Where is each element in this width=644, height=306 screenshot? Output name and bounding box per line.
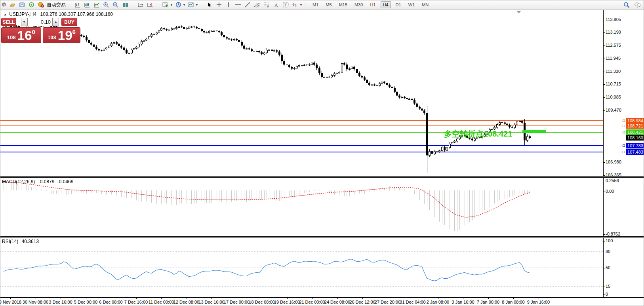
- price-tick-label: 109.470: [606, 108, 621, 112]
- svg-text:E: E: [258, 5, 260, 8]
- line-handle[interactable]: [623, 131, 625, 133]
- candle-chart-icon[interactable]: [84, 1, 91, 8]
- tab-timeframe-mn[interactable]: MN: [419, 1, 431, 8]
- price-tick-label: 111.330: [606, 69, 621, 74]
- svg-text:T: T: [284, 2, 287, 7]
- chat-icon[interactable]: [634, 1, 641, 8]
- toolbar-grip[interactable]: [69, 2, 71, 8]
- tab-timeframe-d1[interactable]: D1: [393, 1, 404, 8]
- rsi-indicator-chart[interactable]: [0, 238, 603, 297]
- volume-input[interactable]: [27, 18, 53, 26]
- tab-timeframe-m5[interactable]: M5: [323, 1, 334, 8]
- price-tick: [603, 59, 605, 59]
- templates-icon[interactable]: [187, 1, 194, 8]
- fibonacci-icon[interactable]: F: [263, 1, 270, 8]
- buy-button[interactable]: BUY: [61, 18, 77, 26]
- line-chart-icon[interactable]: [93, 1, 100, 8]
- tab-timeframe-m1[interactable]: M1: [310, 1, 321, 8]
- symbol-name: USDJPY-,H4: [9, 11, 36, 17]
- signals-icon[interactable]: [28, 1, 35, 8]
- rsi-tick: [603, 287, 605, 287]
- text-icon[interactable]: A: [272, 1, 280, 8]
- rsi-value: 40.3613: [22, 239, 39, 244]
- line-handle[interactable]: [623, 125, 625, 127]
- arrows-icon[interactable]: [292, 1, 299, 8]
- search-icon[interactable]: [623, 1, 630, 8]
- toolbar-grip[interactable]: [157, 2, 159, 8]
- rsi-tick-label: 15: [606, 284, 610, 289]
- price-tick-label: 110.715: [606, 82, 621, 86]
- panel-separator[interactable]: [0, 176, 644, 178]
- panel-separator[interactable]: [0, 236, 644, 238]
- tab-timeframe-h1[interactable]: H1: [368, 1, 378, 8]
- macd-value-signal: -0.0469: [57, 179, 74, 184]
- cursor-icon[interactable]: [206, 1, 213, 8]
- sell-price-display[interactable]: 108 16 0: [1, 27, 41, 43]
- toolbar-grip[interactable]: [132, 2, 134, 8]
- candlestick-chart[interactable]: [0, 10, 603, 176]
- tab-timeframe-m15[interactable]: M15: [337, 1, 350, 8]
- zoom-in-icon[interactable]: [103, 1, 110, 8]
- volume-decrease-button[interactable]: ▼: [21, 18, 27, 26]
- price-axis-line[interactable]: [603, 10, 604, 298]
- rsi-label: RSI(14) 40.3613: [2, 239, 39, 244]
- price-level-label: 107.483: [626, 149, 644, 155]
- volume-increase-button[interactable]: ▲: [53, 18, 59, 26]
- price-tick: [603, 20, 605, 20]
- autotrade-label[interactable]: 自动交易: [47, 2, 66, 8]
- horizontal-line-icon[interactable]: [234, 1, 242, 8]
- price-tick-label: 110.085: [606, 95, 621, 99]
- sell-button[interactable]: SELL: [1, 18, 16, 26]
- price-tick-label: 112.575: [606, 43, 621, 48]
- pivot-highlight-bar[interactable]: [522, 130, 546, 133]
- pivot-annotation-text[interactable]: 多空转折点108.421: [444, 129, 512, 139]
- toolbar-grip[interactable]: [305, 2, 307, 8]
- macd-indicator-chart[interactable]: [0, 178, 603, 236]
- price-level-label: 108.984: [626, 118, 644, 124]
- buy-price-big: 19: [58, 29, 72, 42]
- market-watch-icon[interactable]: [18, 1, 25, 8]
- sell-price-prefix: 108: [7, 34, 16, 40]
- line-handle[interactable]: [623, 144, 625, 147]
- tab-timeframe-h4[interactable]: H4: [381, 1, 391, 8]
- collapse-triangle-icon[interactable]: ▲: [4, 13, 7, 16]
- zoom-out-icon[interactable]: [112, 1, 119, 8]
- chevron-down-icon[interactable]: ▾: [300, 3, 302, 7]
- new-chart-icon[interactable]: [162, 1, 169, 8]
- chevron-down-icon[interactable]: ▾: [196, 3, 198, 7]
- crosshair-icon[interactable]: [215, 1, 223, 8]
- chart-shift-marker[interactable]: [516, 11, 521, 13]
- tab-timeframe-m30[interactable]: M30: [352, 1, 365, 8]
- accounts-icon[interactable]: [9, 1, 16, 8]
- price-tick: [603, 110, 605, 111]
- bar-chart-icon[interactable]: [74, 1, 81, 8]
- buy-price-sup: 6: [72, 29, 76, 35]
- autotrade-icon[interactable]: [37, 1, 44, 8]
- rsi-tick-label: 0: [606, 292, 608, 296]
- periods-icon[interactable]: [175, 1, 182, 8]
- price-tick: [603, 46, 605, 46]
- text-label-icon[interactable]: T: [282, 1, 289, 8]
- trendline-icon[interactable]: [244, 1, 251, 8]
- sell-price-sup: 0: [32, 29, 35, 35]
- vertical-line-icon[interactable]: [225, 1, 232, 8]
- price-tick-label: 113.805: [606, 17, 621, 22]
- price-level-label: 108.721: [626, 123, 644, 129]
- toolbar-grip[interactable]: [201, 2, 203, 8]
- new-order-partial[interactable]: 单: [2, 2, 6, 8]
- svg-text:A: A: [274, 2, 278, 8]
- time-axis-line: [0, 297, 644, 298]
- macd-value-main: -0.0879: [38, 179, 55, 184]
- chevron-down-icon[interactable]: ▾: [183, 3, 185, 7]
- buy-price-display[interactable]: 108 19 6: [43, 27, 80, 43]
- tile-windows-icon[interactable]: [122, 1, 129, 8]
- chevron-down-icon[interactable]: ▾: [171, 3, 172, 7]
- line-handle[interactable]: [623, 120, 625, 122]
- macd-tick-label: 0.00: [606, 189, 614, 194]
- auto-scroll-icon[interactable]: [137, 1, 144, 8]
- line-handle[interactable]: [623, 151, 625, 153]
- chart-shift-icon[interactable]: [147, 1, 154, 8]
- tab-timeframe-w1[interactable]: W1: [406, 1, 417, 8]
- price-tick: [603, 97, 605, 98]
- equidistant-channel-icon[interactable]: E: [253, 1, 261, 8]
